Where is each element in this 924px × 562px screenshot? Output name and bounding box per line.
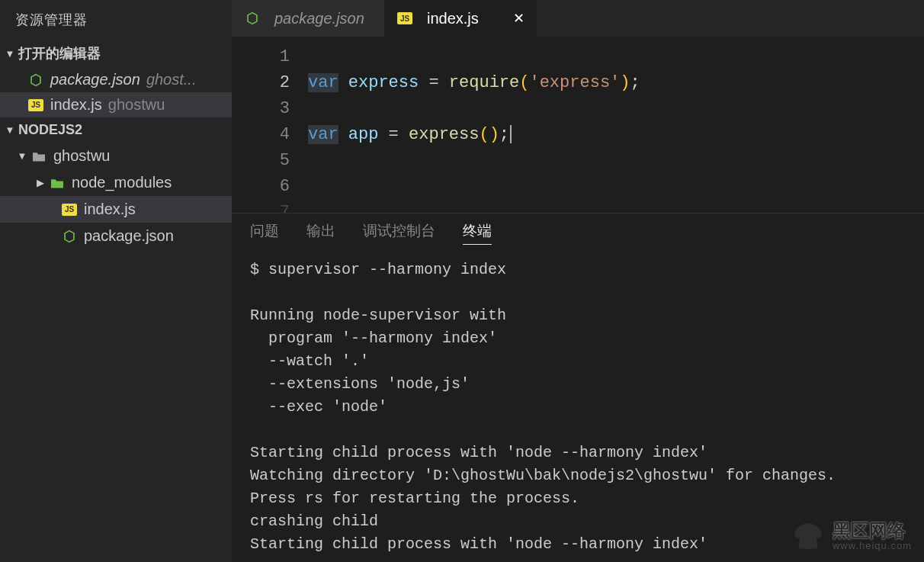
tab-terminal[interactable]: 终端 <box>463 221 492 245</box>
nodejs-icon <box>27 72 44 88</box>
file-name: package.json <box>50 71 140 88</box>
explorer-sidebar: 资源管理器 ▼ 打开的编辑器 package.json ghost... JS … <box>0 0 232 562</box>
close-icon[interactable]: ✕ <box>513 10 525 27</box>
line-numbers: 1 2 3 4 5 6 7 <box>232 44 308 213</box>
chevron-right-icon: ▶ <box>34 177 47 188</box>
open-editor-item[interactable]: package.json ghost... <box>0 67 232 92</box>
tree-folder[interactable]: ▶ node_modules <box>0 169 232 196</box>
main-area: package.json JS index.js ✕ 1 2 3 4 5 6 7… <box>232 0 924 562</box>
nodejs-icon <box>244 11 261 26</box>
folder-name: node_modules <box>72 174 172 191</box>
open-editors-header[interactable]: ▼ 打开的编辑器 <box>0 40 232 67</box>
tab-label: package.json <box>274 10 364 27</box>
file-name: index.js <box>84 201 136 218</box>
project-header[interactable]: ▼ NODEJS2 <box>0 117 232 143</box>
tab-index-js[interactable]: JS index.js ✕ <box>384 0 537 37</box>
tree-folder[interactable]: ▼ ghostwu <box>0 143 232 169</box>
file-name: package.json <box>84 227 174 245</box>
editor-tabs: package.json JS index.js ✕ <box>232 0 924 37</box>
code-line: var app = express(); <box>308 122 924 148</box>
folder-icon <box>49 175 66 191</box>
tab-package-json[interactable]: package.json <box>232 0 384 37</box>
chevron-down-icon: ▼ <box>3 48 17 59</box>
chevron-down-icon: ▼ <box>15 150 29 162</box>
folder-name: ghostwu <box>53 147 111 165</box>
terminal-output[interactable]: $ supervisor --harmony index Running nod… <box>232 252 924 562</box>
code-content[interactable]: var express = require('express'); var ap… <box>308 44 924 213</box>
chevron-down-icon: ▼ <box>3 124 17 136</box>
file-folder: ghost... <box>146 71 197 88</box>
panel-tabs: 问题 输出 调试控制台 终端 <box>232 214 924 252</box>
open-editors-label: 打开的编辑器 <box>18 44 101 63</box>
text-cursor <box>510 125 512 143</box>
js-icon: JS <box>396 11 413 26</box>
project-label: NODEJS2 <box>18 122 82 138</box>
tab-problems[interactable]: 问题 <box>250 221 279 245</box>
open-editor-item[interactable]: JS index.js ghostwu <box>0 92 232 117</box>
explorer-title: 资源管理器 <box>0 0 232 40</box>
tree-file[interactable]: package.json <box>0 223 232 249</box>
js-icon: JS <box>61 202 78 217</box>
tree-file[interactable]: JS index.js <box>0 196 232 223</box>
file-folder: ghostwu <box>108 96 165 114</box>
nodejs-icon <box>61 229 78 244</box>
code-line <box>308 174 924 200</box>
code-line: var express = require('express'); <box>308 70 924 96</box>
js-icon: JS <box>27 98 44 113</box>
code-editor[interactable]: 1 2 3 4 5 6 7 var express = require('exp… <box>232 37 924 213</box>
tab-debug-console[interactable]: 调试控制台 <box>363 221 435 245</box>
bottom-panel: 问题 输出 调试控制台 终端 $ supervisor --harmony in… <box>232 213 924 562</box>
file-name: index.js <box>50 96 102 114</box>
tab-output[interactable]: 输出 <box>306 221 335 245</box>
folder-open-icon <box>30 149 47 164</box>
tab-label: index.js <box>427 10 479 27</box>
